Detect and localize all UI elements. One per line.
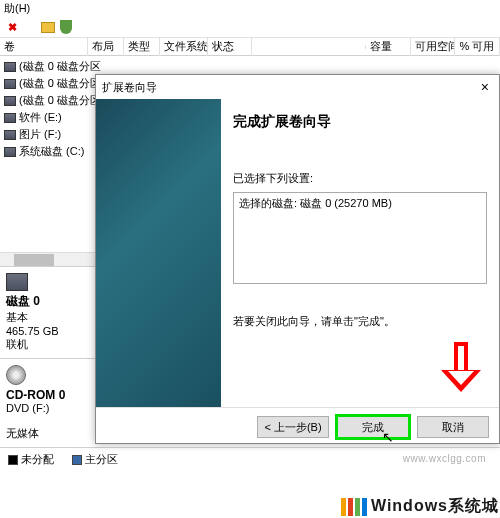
col-gap[interactable]: [252, 45, 366, 49]
col-volume[interactable]: 卷: [0, 37, 88, 56]
col-capacity[interactable]: 容量: [366, 37, 411, 56]
volume-icon: [4, 96, 16, 106]
legend-unallocated: 未分配: [8, 452, 54, 467]
shield-icon[interactable]: [58, 19, 74, 35]
wizard-selected-label: 已选择下列设置:: [233, 171, 487, 186]
scrollbar-thumb[interactable]: [14, 254, 54, 266]
col-free[interactable]: 可用空间: [411, 37, 456, 56]
col-type[interactable]: 类型: [124, 37, 160, 56]
col-fs[interactable]: 文件系统: [160, 37, 208, 56]
watermark-text: www.wxclgg.com: [403, 453, 486, 464]
cdrom-media: 无媒体: [6, 427, 39, 439]
wizard-finish-hint: 若要关闭此向导，请单击"完成"。: [233, 314, 487, 329]
cdrom-icon: [6, 365, 26, 385]
legend-primary: 主分区: [72, 452, 118, 467]
volume-icon: [4, 147, 16, 157]
volume-name: (磁盘 0 磁盘分区: [19, 59, 101, 74]
list-item[interactable]: (磁盘 0 磁盘分区: [0, 58, 500, 75]
wizard-settings-list[interactable]: 选择的磁盘: 磁盘 0 (25270 MB): [233, 192, 487, 284]
cdrom-name: CD-ROM 0: [6, 388, 65, 402]
back-button[interactable]: < 上一步(B): [257, 416, 329, 438]
volume-name: (磁盘 0 磁盘分区: [19, 76, 101, 91]
wizard-selected-disk: 选择的磁盘: 磁盘 0 (25270 MB): [239, 196, 481, 211]
volume-name: 软件 (E:): [19, 110, 62, 125]
volume-icon: [4, 62, 16, 72]
brand-text: Windows系统城: [371, 496, 499, 517]
disk0-size: 465.75 GB: [6, 325, 59, 337]
disk0-name: 磁盘 0: [6, 294, 40, 308]
wizard-button-row: < 上一步(B) 完成↖ 取消: [96, 407, 499, 446]
brand-logo: Windows系统城: [341, 496, 499, 517]
disk0-status: 联机: [6, 338, 28, 350]
wizard-side-graphic: [96, 99, 221, 407]
folder-icon[interactable]: [40, 19, 56, 35]
table-header: 卷 布局 类型 文件系统 状态 容量 可用空间 % 可用: [0, 38, 500, 56]
close-icon[interactable]: ×: [477, 79, 493, 95]
col-status[interactable]: 状态: [208, 37, 253, 56]
volume-icon: [4, 130, 16, 140]
extend-volume-wizard: 扩展卷向导 × 完成扩展卷向导 已选择下列设置: 选择的磁盘: 磁盘 0 (25…: [95, 74, 500, 444]
finish-button[interactable]: 完成↖: [337, 416, 409, 438]
delete-icon[interactable]: ✖: [4, 19, 20, 35]
volume-name: 系统磁盘 (C:): [19, 144, 84, 159]
windows-logo-icon: [341, 498, 367, 516]
volume-icon: [4, 113, 16, 123]
separator: [22, 19, 38, 35]
wizard-title-text: 扩展卷向导: [102, 80, 157, 95]
annotation-arrow: [441, 342, 481, 400]
wizard-titlebar[interactable]: 扩展卷向导 ×: [96, 75, 499, 99]
col-pct[interactable]: % 可用: [455, 37, 500, 56]
cdrom-letter: DVD (F:): [6, 402, 49, 414]
volume-icon: [4, 79, 16, 89]
volume-name: (磁盘 0 磁盘分区: [19, 93, 101, 108]
volume-name: 图片 (F:): [19, 127, 61, 142]
disk-icon: [6, 273, 28, 291]
toolbar: ✖: [0, 17, 500, 38]
col-layout[interactable]: 布局: [88, 37, 124, 56]
wizard-heading: 完成扩展卷向导: [233, 113, 487, 131]
menu-help[interactable]: 助(H): [4, 2, 30, 14]
disk0-type: 基本: [6, 311, 28, 323]
cancel-button[interactable]: 取消: [417, 416, 489, 438]
